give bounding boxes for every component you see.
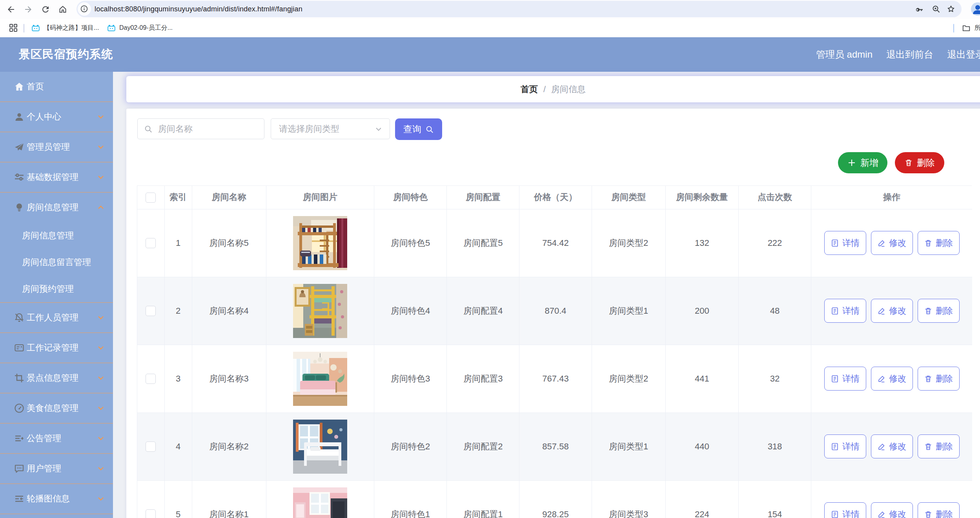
detail-button[interactable]: 详情 (824, 367, 866, 391)
edit-button[interactable]: 修改 (871, 231, 913, 255)
sidebar-item-row[interactable]: 景点信息管理 (0, 363, 113, 393)
trash-icon (924, 510, 933, 518)
room-type: 房间类型2 (592, 345, 665, 413)
sidebar-item-row[interactable]: 首页 (0, 72, 113, 102)
room-image-cell (266, 277, 374, 345)
query-button[interactable]: 查询 (395, 118, 442, 140)
bell-off-icon (14, 313, 24, 323)
room-config: 房间配置3 (447, 345, 519, 413)
sidebar-item-row[interactable]: 管理员管理 (0, 132, 113, 162)
zoom-in-icon[interactable] (931, 4, 941, 14)
sidebar-item-row[interactable]: 公告管理 (0, 423, 113, 453)
delete-row-button[interactable]: 删除 (918, 367, 960, 391)
room-config: 房间配置5 (447, 209, 519, 277)
room-feature: 房间特色2 (374, 413, 447, 480)
trash-icon (924, 307, 933, 315)
info-icon[interactable] (80, 5, 88, 13)
edit-button[interactable]: 修改 (871, 502, 913, 518)
room-price: 754.42 (519, 209, 592, 277)
refresh-icon[interactable] (41, 5, 50, 14)
sidebar-subitem[interactable]: 房间信息管理 (0, 222, 113, 249)
select-all-header (137, 186, 164, 209)
column-header: 房间剩余数量 (665, 186, 738, 209)
room-config: 房间配置2 (447, 413, 519, 480)
url-text[interactable]: localhost:8080/jingquminsuyuyue/admin/di… (95, 0, 302, 18)
app-title: 景区民宿预约系统 (19, 37, 113, 72)
trash-icon (924, 442, 933, 451)
delete-button[interactable]: 删除 (895, 152, 944, 173)
folder-icon[interactable] (962, 24, 971, 33)
document-icon (831, 374, 839, 383)
detail-button[interactable]: 详情 (824, 434, 866, 458)
sidebar-item-row[interactable]: 轮播图信息 (0, 484, 113, 514)
forward-icon[interactable] (24, 5, 33, 14)
row-index: 4 (164, 413, 192, 480)
trash-icon (904, 158, 913, 167)
row-checkbox[interactable] (146, 238, 156, 248)
breadcrumb-home[interactable]: 首页 (521, 84, 538, 95)
edit-button[interactable]: 修改 (871, 434, 913, 458)
room-name: 房间名称5 (192, 209, 266, 277)
all-bookmarks-label[interactable]: 所 (975, 19, 980, 37)
select-all-checkbox[interactable] (146, 193, 156, 203)
sidebar-item-row[interactable]: 美食信息管理 (0, 393, 113, 423)
add-button[interactable]: 新增 (838, 152, 887, 173)
edit-button[interactable]: 修改 (871, 367, 913, 391)
room-name-input[interactable]: 房间名称 (137, 118, 264, 139)
room-photo-yellow-bunk (266, 284, 374, 338)
header-link-front[interactable]: 退出到前台 (886, 48, 933, 61)
sidebar-item-11: 轮播图信息 (0, 484, 113, 514)
delete-row-button[interactable]: 删除 (918, 502, 960, 518)
sidebar-subitem[interactable]: 房间预约管理 (0, 276, 113, 302)
star-icon[interactable] (946, 4, 956, 14)
row-checkbox[interactable] (146, 374, 156, 384)
sidebar-item-row[interactable]: 房间信息管理 (0, 193, 113, 222)
sidebar-item-row[interactable]: 工作记录管理 (0, 333, 113, 363)
room-photo-teal-bedroom (266, 352, 374, 406)
avatar-icon[interactable] (971, 2, 980, 16)
sidebar-item-label: 用户管理 (27, 463, 61, 474)
bookmarks-right-separator (953, 24, 954, 33)
sidebar-subitem[interactable]: 房间信息留言管理 (0, 249, 113, 276)
sidebar-item-row[interactable]: 个人中心 (0, 102, 113, 132)
sidebar-item-label: 管理员管理 (27, 141, 70, 153)
sidebar-item-5: 工作人员管理 (0, 303, 113, 333)
edit-button[interactable]: 修改 (871, 299, 913, 323)
room-photo-wood-bunk (266, 216, 374, 270)
delete-row-button[interactable]: 删除 (918, 231, 960, 255)
bookmark-item[interactable]: 【码神之路】项目... (32, 19, 99, 37)
app-header: 景区民宿预约系统 管理员 admin 退出到前台 退出登录 (0, 37, 980, 72)
room-remaining: 441 (665, 345, 738, 413)
header-link-admin[interactable]: 管理员 admin (816, 48, 873, 61)
column-header: 房间图片 (266, 186, 374, 209)
row-checkbox[interactable] (146, 306, 156, 316)
header-link-logout[interactable]: 退出登录 (947, 48, 980, 61)
crop-icon (14, 373, 24, 383)
room-remaining: 200 (665, 277, 738, 345)
back-icon[interactable] (6, 5, 16, 14)
sidebar-item-row[interactable]: 工作人员管理 (0, 303, 113, 333)
detail-button[interactable]: 详情 (824, 502, 866, 518)
room-type-select[interactable]: 请选择房间类型 (271, 118, 390, 139)
sidebar-item-label: 基础数据管理 (27, 171, 78, 183)
delete-row-button[interactable]: 删除 (918, 434, 960, 458)
detail-button[interactable]: 详情 (824, 299, 866, 323)
edit-pen-icon (877, 442, 886, 451)
apps-grid-icon[interactable] (9, 24, 18, 32)
key-icon[interactable] (914, 4, 924, 14)
room-clicks: 48 (738, 277, 811, 345)
delete-row-button[interactable]: 删除 (918, 299, 960, 323)
row-checkbox[interactable] (146, 509, 156, 518)
row-select-cell (137, 480, 164, 518)
detail-button[interactable]: 详情 (824, 231, 866, 255)
column-header: 房间名称 (192, 186, 266, 209)
row-checkbox[interactable] (146, 442, 156, 452)
sidebar-item-row[interactable]: 用户管理 (0, 454, 113, 483)
sidebar-item-row[interactable]: 基础数据管理 (0, 162, 113, 192)
sidebar: 首页 个人中心 管理员管理 基础数据管理 房间信息管理 房间信息管理 房间信息留… (0, 72, 113, 518)
room-type: 房间类型2 (592, 209, 665, 277)
room-clicks: 318 (738, 413, 811, 480)
home-icon[interactable] (58, 5, 67, 14)
column-header: 房间配置 (447, 186, 519, 209)
bookmark-item[interactable]: Day02-09-员工分... (107, 19, 173, 37)
